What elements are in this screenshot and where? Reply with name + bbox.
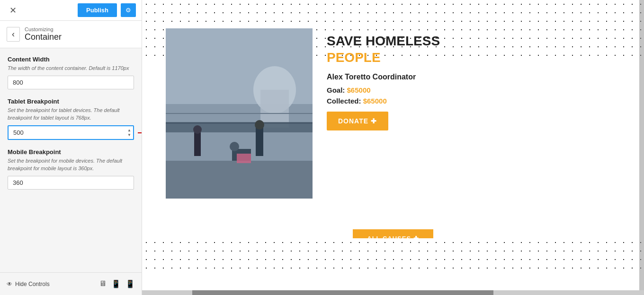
content-area: SAVE HOMELESS PEOPLE Alex Toretto Coordi… (166, 28, 620, 199)
svg-rect-13 (166, 161, 313, 199)
mobile-breakpoint-input[interactable] (8, 176, 134, 190)
customizer-panel: ✕ Publish ⚙ ‹ Customizing Container Cont… (0, 0, 142, 295)
tablet-breakpoint-label: Tablet Breakpoint (8, 98, 134, 105)
mobile-view-icon[interactable]: 📱 (125, 279, 135, 288)
tablet-input-wrapper: ▲ ▼ ▶ (8, 125, 134, 140)
red-arrow-indicator: ▶ (138, 132, 142, 133)
svg-point-10 (230, 142, 239, 151)
bridge-scene-svg (166, 28, 313, 199)
coordinator-name: Alex Toretto Coordinator (327, 73, 620, 81)
close-button[interactable]: ✕ (6, 3, 20, 17)
mobile-breakpoint-section: Mobile Breakpoint Set the breakpoint for… (8, 148, 134, 190)
donate-button[interactable]: DONATE ✚ (327, 112, 388, 130)
spinner-arrows: ▲ ▼ (125, 125, 133, 140)
back-button[interactable]: ‹ (7, 27, 20, 42)
dots-bg-bottom (142, 238, 644, 276)
publish-button[interactable]: Publish (78, 3, 117, 17)
desktop-view-icon[interactable]: 🖥 (99, 279, 107, 288)
spinner-down[interactable]: ▼ (125, 133, 133, 138)
content-width-desc: The width of the content container. Defa… (8, 65, 134, 72)
tablet-breakpoint-desc: Set the breakpoint for tablet devices. T… (8, 107, 134, 121)
photo-overlay (166, 28, 313, 199)
eye-icon: 👁 (7, 281, 12, 287)
customizing-label: Customizing (25, 26, 62, 32)
svg-point-12 (255, 120, 264, 130)
hide-controls-label: Hide Controls (15, 281, 50, 287)
bottom-bar: 👁 Hide Controls 🖥 📱 📱 (0, 272, 142, 295)
svg-rect-4 (166, 123, 313, 132)
tablet-breakpoint-section: Tablet Breakpoint Set the breakpoint for… (8, 98, 134, 140)
charity-photo (166, 28, 313, 199)
svg-rect-7 (194, 132, 201, 156)
goal-line: Goal: $65000 (327, 86, 620, 94)
view-icons: 🖥 📱 📱 (99, 279, 135, 288)
nav-text: Customizing Container (25, 26, 62, 42)
svg-rect-11 (256, 128, 263, 156)
svg-point-8 (193, 125, 202, 134)
preview-inner: SAVE HOMELESS PEOPLE Alex Toretto Coordi… (142, 0, 644, 295)
hide-controls-button[interactable]: 👁 Hide Controls (7, 281, 50, 287)
panel-content: Content Width The width of the content c… (0, 48, 142, 272)
svg-rect-14 (237, 154, 251, 163)
mobile-breakpoint-label: Mobile Breakpoint (8, 148, 134, 156)
top-bar: ✕ Publish ⚙ (0, 0, 142, 21)
save-homeless-title: SAVE HOMELESS (327, 33, 620, 49)
spinner-up[interactable]: ▲ (125, 128, 133, 133)
container-label: Container (25, 32, 62, 42)
collected-label: Collected: (327, 97, 361, 105)
goal-amount: $65000 (347, 86, 371, 94)
goal-label: Goal: (327, 86, 345, 94)
red-arrow-line: ▶ (138, 132, 142, 133)
scrollbar-right[interactable] (639, 0, 644, 295)
tablet-breakpoint-input[interactable] (8, 125, 134, 140)
back-nav: ‹ Customizing Container (0, 21, 142, 48)
text-block: SAVE HOMELESS PEOPLE Alex Toretto Coordi… (327, 28, 620, 130)
mobile-breakpoint-desc: Set the breakpoint for mobile devices. T… (8, 157, 134, 172)
preview-bottom-scroll[interactable] (142, 290, 644, 295)
settings-button[interactable]: ⚙ (121, 3, 136, 17)
content-width-label: Content Width (8, 56, 134, 63)
preview-panel: SAVE HOMELESS PEOPLE Alex Toretto Coordi… (142, 0, 644, 295)
collected-amount: $65000 (363, 97, 387, 105)
tablet-view-icon[interactable]: 📱 (111, 279, 121, 288)
content-width-section: Content Width The width of the content c… (8, 56, 134, 89)
collected-line: Collected: $65000 (327, 97, 620, 105)
svg-rect-3 (260, 90, 289, 128)
content-width-input[interactable] (8, 76, 134, 89)
people-orange-title: PEOPLE (327, 50, 620, 65)
preview-scroll-thumb (192, 290, 493, 295)
